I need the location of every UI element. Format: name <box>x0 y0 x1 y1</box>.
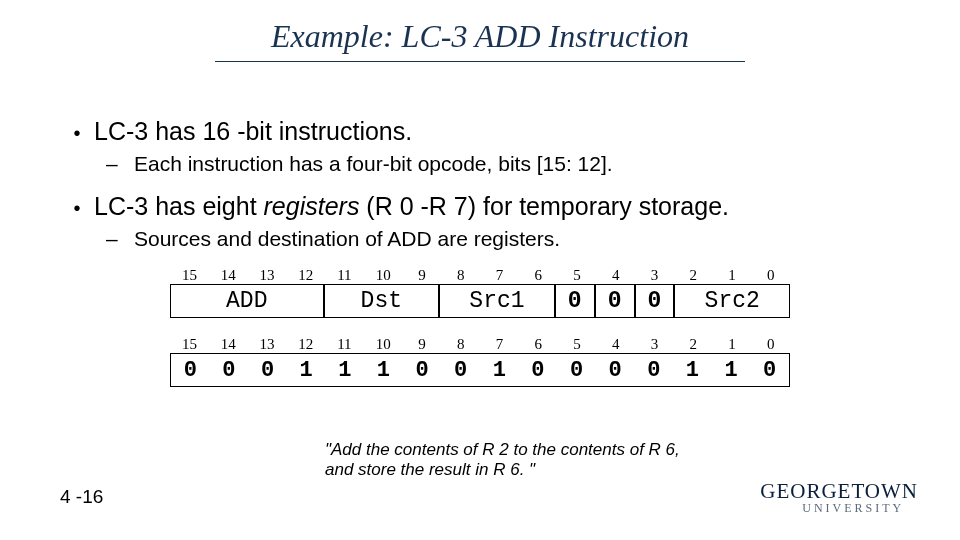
bit-index: 10 <box>364 336 403 353</box>
bit-cell: 0 <box>210 354 249 386</box>
encoding-diagram: 15 14 13 12 11 10 9 8 7 6 5 4 3 2 1 0 AD… <box>170 267 790 387</box>
bit-index: 15 <box>170 336 209 353</box>
bit-index: 7 <box>480 267 519 284</box>
bullet-2-em: registers <box>264 192 360 220</box>
bullet-2-post: (R 0 -R 7) for temporary storage. <box>359 192 729 220</box>
bit-index: 14 <box>209 267 248 284</box>
field-layout-row: ADD Dst Src1 0 0 0 Src2 <box>170 284 790 318</box>
logo-sub: UNIVERSITY <box>760 502 918 514</box>
bullet-dash-icon: – <box>106 227 134 251</box>
bit-index: 6 <box>519 267 558 284</box>
field-zero: 0 <box>635 285 675 317</box>
bit-index: 1 <box>713 336 752 353</box>
page-title: Example: LC-3 ADD Instruction <box>0 0 960 61</box>
content-area: • LC-3 has 16 -bit instructions. – Each … <box>0 62 960 387</box>
field-zero: 0 <box>555 285 595 317</box>
bit-index: 3 <box>635 336 674 353</box>
bullet-dot-icon: • <box>60 122 94 145</box>
bit-index: 11 <box>325 267 364 284</box>
bit-cell: 0 <box>171 354 210 386</box>
bit-index: 8 <box>441 267 480 284</box>
bullet-1a-text: Each instruction has a four-bit opcode, … <box>134 152 613 176</box>
bit-indices-row-1: 15 14 13 12 11 10 9 8 7 6 5 4 3 2 1 0 <box>170 267 790 284</box>
bit-cell: 0 <box>596 354 635 386</box>
bit-index: 2 <box>674 267 713 284</box>
bit-index: 6 <box>519 336 558 353</box>
example-caption: "Add the contents of R 2 to the contents… <box>325 440 695 481</box>
page-number: 4 -16 <box>60 486 103 508</box>
bullet-2-text: LC-3 has eight registers (R 0 -R 7) for … <box>94 192 729 221</box>
bit-index: 10 <box>364 267 403 284</box>
bit-cell: 0 <box>635 354 674 386</box>
bit-index: 12 <box>286 267 325 284</box>
bit-index: 0 <box>751 336 790 353</box>
bullet-dot-icon: • <box>60 197 94 220</box>
bit-index: 9 <box>403 267 442 284</box>
field-zero: 0 <box>595 285 635 317</box>
bit-cell: 1 <box>326 354 365 386</box>
bit-index: 4 <box>596 267 635 284</box>
bullet-2: • LC-3 has eight registers (R 0 -R 7) fo… <box>60 192 900 221</box>
bit-cell: 1 <box>712 354 751 386</box>
bit-index: 3 <box>635 267 674 284</box>
slide: Example: LC-3 ADD Instruction • LC-3 has… <box>0 0 960 540</box>
bit-indices-row-2: 15 14 13 12 11 10 9 8 7 6 5 4 3 2 1 0 <box>170 336 790 353</box>
bit-index: 7 <box>480 336 519 353</box>
bit-index: 15 <box>170 267 209 284</box>
bit-index: 8 <box>441 336 480 353</box>
bit-cell: 0 <box>248 354 287 386</box>
bit-cell: 0 <box>557 354 596 386</box>
bullet-2-pre: LC-3 has eight <box>94 192 264 220</box>
bit-index: 1 <box>713 267 752 284</box>
bit-index: 14 <box>209 336 248 353</box>
bit-index: 4 <box>596 336 635 353</box>
bullet-1-text: LC-3 has 16 -bit instructions. <box>94 117 412 146</box>
bit-index: 2 <box>674 336 713 353</box>
bullet-2a-text: Sources and destination of ADD are regis… <box>134 227 560 251</box>
bit-index: 13 <box>248 336 287 353</box>
bullet-2a: – Sources and destination of ADD are reg… <box>60 227 900 251</box>
bit-cell: 0 <box>519 354 558 386</box>
bit-cell: 0 <box>441 354 480 386</box>
bullet-1a: – Each instruction has a four-bit opcode… <box>60 152 900 176</box>
bit-cell: 0 <box>750 354 789 386</box>
bit-cell: 0 <box>403 354 442 386</box>
bit-index: 5 <box>558 267 597 284</box>
bit-cell: 1 <box>364 354 403 386</box>
bit-index: 12 <box>286 336 325 353</box>
bit-cell: 1 <box>673 354 712 386</box>
field-src2: Src2 <box>674 285 790 317</box>
bullet-1: • LC-3 has 16 -bit instructions. <box>60 117 900 146</box>
bit-index: 11 <box>325 336 364 353</box>
example-bits-row: 0 0 0 1 1 1 0 0 1 0 0 0 0 1 1 0 <box>170 353 790 387</box>
bit-cell: 1 <box>287 354 326 386</box>
bit-index: 0 <box>751 267 790 284</box>
field-opcode: ADD <box>170 285 324 317</box>
field-dst: Dst <box>324 285 440 317</box>
bit-index: 5 <box>558 336 597 353</box>
bit-index: 9 <box>403 336 442 353</box>
bit-index: 13 <box>248 267 287 284</box>
bit-cell: 1 <box>480 354 519 386</box>
logo-main: GEORGETOWN <box>760 481 918 502</box>
bullet-dash-icon: – <box>106 152 134 176</box>
field-src1: Src1 <box>439 285 555 317</box>
georgetown-logo: GEORGETOWN UNIVERSITY <box>760 481 918 514</box>
